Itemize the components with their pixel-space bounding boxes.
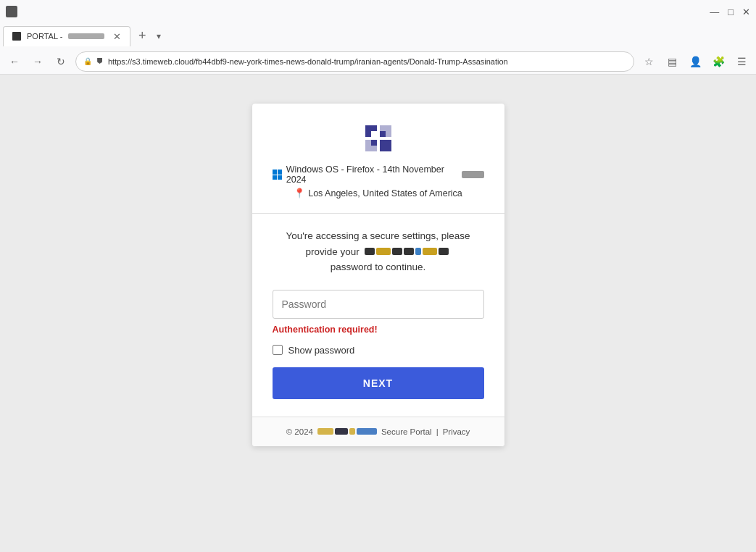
back-button[interactable]: ← bbox=[6, 53, 23, 70]
blurred1 bbox=[365, 248, 375, 255]
footer-separator: | bbox=[436, 427, 439, 436]
page-content: Windows OS - Firefox - 14th November 202… bbox=[0, 75, 756, 552]
browser-chrome: — □ ✕ PORTAL - ✕ + ▾ ← → ↻ 🔒 ⛊ https://s… bbox=[0, 0, 756, 75]
show-password-label[interactable]: Show password bbox=[288, 345, 355, 356]
tab-bar: PORTAL - ✕ + ▾ bbox=[0, 23, 756, 49]
show-password-checkbox[interactable] bbox=[273, 345, 283, 355]
tab-close-button[interactable]: ✕ bbox=[113, 31, 121, 42]
svg-rect-4 bbox=[371, 131, 377, 137]
show-password-row: Show password bbox=[273, 345, 484, 356]
blurred7 bbox=[439, 248, 449, 255]
svg-rect-3 bbox=[380, 140, 391, 151]
password-input[interactable] bbox=[273, 290, 484, 319]
message-text: You're accessing a secure settings, plea… bbox=[273, 228, 484, 275]
profile-icon[interactable]: 👤 bbox=[686, 53, 704, 70]
os-blurred bbox=[462, 171, 483, 178]
card-footer: © 2024 Secure Portal | Privacy bbox=[252, 417, 504, 446]
card-inner: Windows OS - Firefox - 14th November 202… bbox=[252, 104, 504, 417]
forward-button[interactable]: → bbox=[29, 53, 46, 70]
footer-logos-blurred bbox=[317, 428, 377, 435]
toolbar-icons: ☆ ▤ 👤 🧩 ☰ bbox=[640, 53, 750, 70]
svg-rect-5 bbox=[380, 131, 386, 137]
bookmark-icon[interactable]: ☆ bbox=[640, 53, 657, 70]
restore-button[interactable]: □ bbox=[728, 7, 734, 17]
username-blurred-group bbox=[365, 248, 449, 255]
new-tab-button[interactable]: + bbox=[133, 28, 151, 45]
login-card: Windows OS - Firefox - 14th November 202… bbox=[252, 104, 504, 446]
os-text: Windows OS - Firefox - 14th November 202… bbox=[286, 164, 457, 185]
pocket-icon[interactable]: ▤ bbox=[663, 53, 681, 70]
address-bar: ← → ↻ 🔒 ⛊ https://s3.timeweb.cloud/fb44d… bbox=[0, 49, 756, 75]
tab-title: PORTAL - bbox=[27, 32, 62, 41]
browser-tab[interactable]: PORTAL - ✕ bbox=[3, 26, 130, 46]
next-button[interactable]: NEXT bbox=[273, 367, 484, 399]
refresh-button[interactable]: ↻ bbox=[52, 53, 70, 70]
divider-top bbox=[252, 213, 504, 214]
footer-logo2 bbox=[335, 428, 348, 435]
blurred4 bbox=[404, 248, 414, 255]
location-pin-icon: 📍 bbox=[294, 188, 305, 198]
menu-icon[interactable]: ☰ bbox=[733, 53, 750, 70]
tab-title-blurred bbox=[68, 33, 104, 39]
url-text: https://s3.timeweb.cloud/fb44dbf9-new-yo… bbox=[108, 57, 508, 66]
os-info: Windows OS - Firefox - 14th November 202… bbox=[273, 164, 484, 185]
footer-privacy-link[interactable]: Privacy bbox=[443, 427, 470, 436]
tab-favicon bbox=[12, 32, 21, 41]
blurred3 bbox=[392, 248, 402, 255]
footer-copyright: © 2024 bbox=[286, 427, 313, 436]
footer-portal: Secure Portal bbox=[381, 427, 432, 436]
minimize-button[interactable]: — bbox=[710, 7, 719, 17]
security-lock-icon: 🔒 bbox=[83, 57, 92, 65]
footer-logo3 bbox=[349, 428, 355, 435]
footer-logo1 bbox=[317, 428, 333, 435]
blurred6 bbox=[423, 248, 437, 255]
logo-area bbox=[273, 125, 484, 151]
blurred2 bbox=[376, 248, 391, 255]
location-text: Los Angeles, United States of America bbox=[308, 188, 462, 198]
browser-window-icon bbox=[6, 6, 17, 17]
blurred5 bbox=[415, 248, 421, 255]
message-line2: password to continue. bbox=[331, 262, 425, 272]
shield-icon: ⛊ bbox=[96, 57, 104, 65]
url-bar[interactable]: 🔒 ⛊ https://s3.timeweb.cloud/fb44dbf9-ne… bbox=[75, 51, 634, 72]
extensions-icon[interactable]: 🧩 bbox=[710, 53, 727, 70]
location-info: 📍 Los Angeles, United States of America bbox=[273, 188, 484, 198]
auth-error: Authentication required! bbox=[273, 325, 484, 335]
footer-logo4 bbox=[357, 428, 377, 435]
close-button[interactable]: ✕ bbox=[742, 7, 750, 17]
tab-overflow-button[interactable]: ▾ bbox=[157, 31, 161, 41]
svg-rect-6 bbox=[371, 140, 377, 146]
portal-logo bbox=[365, 125, 391, 151]
windows-icon bbox=[273, 170, 282, 180]
title-bar: — □ ✕ bbox=[0, 0, 756, 23]
